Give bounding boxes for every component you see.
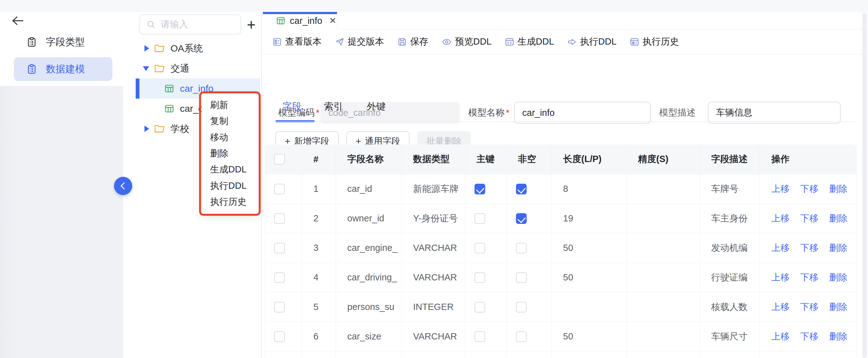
arrow-right-icon	[567, 37, 577, 47]
not-null-checkbox[interactable]	[516, 302, 527, 312]
add-model-button[interactable]: +	[244, 16, 259, 33]
preview-ddl-button[interactable]: 预览DDL	[441, 35, 492, 48]
primary-key-checkbox[interactable]	[474, 272, 485, 283]
menu-item-execute-ddl[interactable]: 执行DDL	[202, 178, 258, 194]
collapse-tree-button[interactable]	[114, 177, 132, 195]
not-null-checkbox[interactable]	[516, 184, 527, 195]
not-null-checkbox[interactable]	[516, 272, 527, 283]
tree-node-oa-system[interactable]: OA系统	[123, 38, 261, 58]
menu-item-refresh[interactable]: 刷新	[202, 97, 258, 113]
move-up-link[interactable]: 上移	[771, 242, 789, 255]
primary-key-checkbox[interactable]	[474, 302, 485, 312]
move-down-link[interactable]: 下移	[800, 301, 818, 314]
row-checkbox[interactable]	[274, 302, 285, 312]
cell-type: VARCHAR	[402, 322, 465, 351]
primary-key-checkbox[interactable]	[474, 213, 485, 224]
scrollbar[interactable]	[862, 12, 867, 358]
chevron-left-icon	[121, 182, 128, 190]
select-all-checkbox[interactable]	[274, 154, 285, 165]
cell-type	[402, 351, 465, 358]
move-up-link[interactable]: 上移	[771, 301, 789, 314]
move-up-link[interactable]: 上移	[771, 330, 789, 343]
move-down-link[interactable]: 下移	[800, 183, 818, 195]
selection-bar	[136, 79, 140, 99]
sidebar-item-data-modeling[interactable]: 数据建模	[14, 57, 113, 81]
not-null-checkbox[interactable]	[516, 213, 527, 224]
cell-num: 5	[302, 292, 336, 322]
menu-item-generate-ddl[interactable]: 生成DDL	[202, 162, 258, 178]
cell-precision	[627, 351, 700, 358]
delete-link[interactable]: 删除	[829, 183, 847, 195]
cell-type: 新能源车牌	[402, 174, 465, 204]
caret-right-icon[interactable]	[145, 126, 149, 132]
cell-length: 50	[552, 263, 627, 292]
row-checkbox[interactable]	[274, 331, 285, 342]
sidebar-item-label: 数据建模	[46, 62, 85, 76]
tab-foreign-keys[interactable]: 外键	[367, 100, 385, 113]
not-null-checkbox[interactable]	[516, 331, 527, 342]
move-up-link[interactable]: 上移	[771, 212, 789, 225]
cell-precision	[627, 204, 700, 233]
menu-item-move[interactable]: 移动	[202, 129, 258, 145]
cell-name: car_size	[336, 322, 402, 351]
fields-table: # 字段名称 数据类型 主键 非空 长度(L/P) 精度(S) 字段描述 操作 …	[265, 145, 857, 358]
move-down-link[interactable]: 下移	[800, 330, 818, 343]
tab-indexes[interactable]: 索引	[324, 100, 343, 113]
view-versions-button[interactable]: 查看版本	[272, 35, 321, 48]
tab-fields[interactable]: 字段	[283, 100, 302, 113]
row-checkbox[interactable]	[274, 243, 285, 253]
delete-link[interactable]: 删除	[829, 301, 847, 314]
cell-precision	[627, 233, 700, 263]
tree-search-input[interactable]: 请输入	[140, 14, 241, 34]
folder-icon	[154, 64, 165, 73]
cell-length: 8	[552, 174, 627, 204]
arrow-left-icon	[11, 16, 24, 25]
generate-ddl-button[interactable]: 生成DDL	[505, 35, 554, 48]
back-button[interactable]	[11, 14, 25, 28]
delete-link[interactable]: 删除	[829, 212, 847, 225]
move-down-link[interactable]: 下移	[800, 271, 818, 284]
code-window-icon	[505, 37, 515, 47]
close-icon[interactable]: ✕	[329, 16, 336, 26]
caret-right-icon[interactable]	[145, 45, 149, 52]
cell-name	[336, 351, 402, 358]
tree-node-traffic[interactable]: 交通	[123, 58, 261, 79]
delete-link[interactable]: 删除	[829, 242, 847, 255]
move-down-link[interactable]: 下移	[800, 212, 818, 225]
save-button[interactable]: 保存	[397, 35, 428, 48]
delete-link[interactable]: 删除	[829, 330, 847, 343]
left-rail: 字段类型 数据建模	[0, 12, 123, 358]
caret-down-icon[interactable]	[143, 66, 149, 71]
cell-num	[302, 351, 336, 358]
execute-ddl-button[interactable]: 执行DDL	[567, 35, 616, 48]
submit-version-button[interactable]: 提交版本	[335, 35, 384, 48]
move-up-link[interactable]: 上移	[771, 183, 789, 195]
tree-node-label: 交通	[170, 62, 189, 75]
col-header-pk: 主键	[465, 145, 506, 174]
menu-item-delete[interactable]: 删除	[202, 145, 258, 161]
primary-key-checkbox[interactable]	[474, 184, 485, 195]
eye-icon	[441, 37, 452, 47]
move-down-link[interactable]: 下移	[800, 242, 818, 255]
move-up-link[interactable]: 上移	[771, 271, 789, 284]
row-checkbox[interactable]	[274, 272, 285, 283]
cell-name: persons_su	[336, 292, 402, 322]
sidebar-item-field-types[interactable]: 字段类型	[14, 30, 113, 54]
cell-precision	[627, 263, 700, 292]
folder-icon	[154, 124, 165, 133]
row-checkbox[interactable]	[274, 184, 285, 195]
primary-key-checkbox[interactable]	[474, 243, 485, 253]
menu-item-copy[interactable]: 复制	[202, 113, 258, 129]
row-checkbox[interactable]	[274, 213, 285, 224]
not-null-checkbox[interactable]	[516, 243, 527, 253]
tab-car-info[interactable]: car_info ✕	[263, 12, 337, 30]
version-card-icon	[272, 37, 282, 47]
table-row: 4 car_driving_ VARCHAR 50 行驶证编 上移 下移 删除	[266, 263, 856, 292]
cell-type: VARCHAR	[402, 263, 465, 292]
primary-key-checkbox[interactable]	[474, 331, 485, 342]
delete-link[interactable]: 删除	[829, 271, 847, 284]
cell-num: 3	[302, 233, 336, 263]
exec-history-button[interactable]: 执行历史	[630, 35, 679, 48]
menu-item-exec-history[interactable]: 执行历史	[202, 194, 258, 210]
table-icon	[164, 84, 174, 94]
